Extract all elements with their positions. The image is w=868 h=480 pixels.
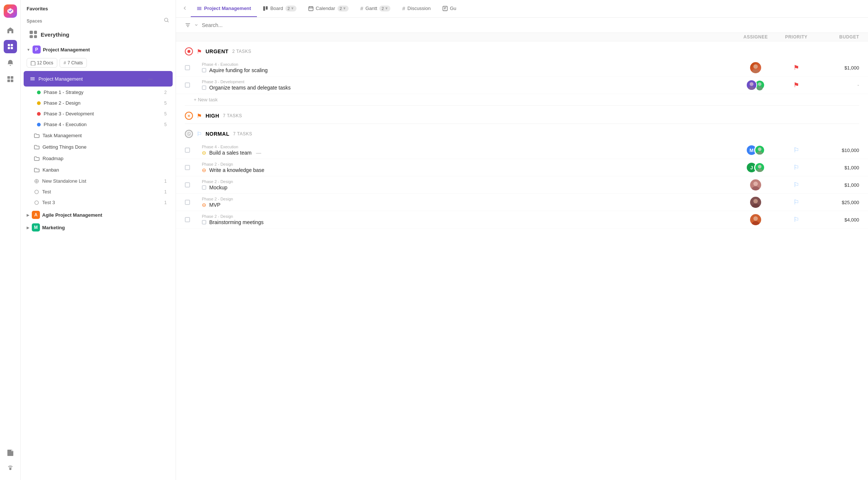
task-row[interactable]: Phase 2 - Design Mockup ⚐ $1,000 [176,176,868,194]
budget-col: - [815,82,859,88]
normal-group-header[interactable]: ⚐ NORMAL 7 TASKS [176,124,868,142]
calendar-tab-icon [308,6,313,11]
filter-icon[interactable] [185,22,191,28]
tasks-nav-icon[interactable] [4,40,17,53]
marketing-section-header[interactable]: ▶ M Marketing [21,220,176,233]
priority-flag-blue-icon: ⚐ [793,181,799,189]
chats-button[interactable]: # 7 Chats [60,58,87,68]
task-name: Organize teams and delegate tasks [202,85,733,91]
high-circle-icon: × [185,112,193,120]
assignee-col: J [733,162,778,173]
urgent-group-header[interactable]: ⚑ URGENT 2 TASKS [176,41,868,59]
sidebar-item-phase2[interactable]: Phase 2 - Design 5 [24,98,173,108]
task-checkbox[interactable] [185,148,190,153]
phase2-dot [37,101,41,105]
spaces-section: Spaces [21,14,176,26]
task-main: Phase 4 - Execution ⊖ Build a sales team… [193,145,733,156]
assignee-col: M [733,145,778,156]
svg-rect-18 [197,9,201,10]
search-input[interactable] [202,22,859,28]
gantt-badge: 2 ▼ [379,6,390,11]
sidebar-item-phase1[interactable]: Phase 1 - Strategy 2 [24,87,173,97]
board-badge-arrow: ▼ [291,6,294,10]
budget-col: $1,000 [815,165,859,170]
bell-nav-icon[interactable] [4,56,17,70]
task-checkbox[interactable] [185,182,190,187]
tab-gu[interactable]: Gu [437,0,462,17]
sidebar-item-phase3[interactable]: Phase 3 - Development 5 [24,109,173,119]
tab-discussion[interactable]: # Discussion [396,0,437,17]
priority-flag-icon: ⚑ [793,64,799,72]
tab-calendar-label: Calendar [316,6,335,11]
sidebar-item-roadmap[interactable]: Roadmap [24,153,173,164]
sidebar-item-getting-things-done[interactable]: Getting Things Done [24,142,173,152]
collapse-sidebar-button[interactable] [182,0,191,17]
sidebar-item-test3[interactable]: Test 3 1 [24,197,173,207]
favorites-header: Favorites [21,0,176,14]
svg-point-14 [35,190,38,194]
home-nav-icon[interactable] [4,24,17,37]
high-group-header[interactable]: × ⚑ HIGH 7 TASKS [176,106,868,124]
task-row[interactable]: Phase 3 - Development Organize teams and… [176,77,868,94]
budget-col: $10,000 [815,148,859,153]
docs-button[interactable]: 12 Docs [27,58,57,68]
grid-nav-icon[interactable] [4,72,17,86]
column-headers: ASSIGNEE PRIORITY BUDGET [176,33,868,41]
phase3-dot [37,112,41,116]
priority-group-urgent: ⚑ URGENT 2 TASKS Phase 4 - Execution Aqu… [176,41,868,105]
doc-nav-icon[interactable] [4,446,17,459]
tab-gantt[interactable]: # Gantt 2 ▼ [355,0,397,17]
pm-badge: P [33,45,41,54]
task-phase: Phase 4 - Execution [202,145,733,149]
sidebar-item-everything[interactable]: Everything [24,27,173,42]
sidebar-item-phase4[interactable]: Phase 4 - Execution 5 [24,119,173,129]
urgent-flag-icon: ⚑ [197,48,202,55]
svg-point-28 [758,82,762,86]
calendar-badge: 2 ▼ [338,6,349,11]
tab-calendar[interactable]: Calendar 2 ▼ [302,0,355,17]
task-row[interactable]: Phase 2 - Design ⊖ Write a knowledge bas… [176,159,868,176]
sidebar: Favorites Spaces Everything ▼ P Project … [21,0,176,480]
filter-dropdown-icon[interactable] [194,23,199,28]
sidebar-item-kanban[interactable]: Kanban [24,165,173,175]
tab-board[interactable]: Board 2 ▼ [257,0,302,17]
marketing-label: Marketing [42,225,65,230]
task-row[interactable]: Phase 2 - Design Brainstorming meetings … [176,211,868,229]
sidebar-item-task-management[interactable]: Task Management [24,130,173,141]
calendar-badge-arrow: ▼ [343,6,346,10]
sidebar-item-new-standalone[interactable]: New Standalone List 1 [24,176,173,186]
tab-project-management[interactable]: Project Management [191,0,257,17]
task-checkbox[interactable] [185,165,190,170]
pm-section-header[interactable]: ▼ P Project Management [21,43,176,55]
high-flag-icon: ⚑ [197,112,202,119]
new-task-button[interactable]: + New task [176,94,868,105]
task-row[interactable]: Phase 2 - Design ⊖ MVP ⚐ $25,000 [176,194,868,211]
filter-bar [176,18,868,33]
task-checkbox[interactable] [185,217,190,222]
svg-point-33 [757,169,763,173]
task-dash-inline: — [256,150,261,156]
normal-flag-icon: ⚐ [197,131,202,138]
task-dash: - [857,82,859,88]
task-checkbox[interactable] [185,82,190,88]
avatar-stack: J [746,162,765,173]
pm-more-button[interactable]: ··· [145,74,156,84]
pm-add-button[interactable] [156,74,167,84]
task-row[interactable]: Phase 4 - Execution Aquire funding for s… [176,59,868,77]
task-phase: Phase 2 - Design [202,214,733,219]
assignee-col [733,179,778,190]
task-checkbox[interactable] [185,65,190,70]
pm-chevron-icon: ▼ [27,48,30,52]
radio-nav-icon[interactable] [4,462,17,476]
task-status-icon [202,85,206,90]
task-checkbox[interactable] [185,200,190,205]
avatar-stack [746,80,765,91]
budget-col: $1,000 [815,182,859,188]
spaces-search-icon[interactable] [164,17,170,25]
sidebar-item-test[interactable]: Test 1 [24,187,173,197]
sidebar-item-project-management[interactable]: Project Management ··· [24,71,173,87]
roadmap-label: Roadmap [43,156,63,161]
agile-section-header[interactable]: ▶ A Agile Project Management [21,208,176,220]
task-row[interactable]: Phase 4 - Execution ⊖ Build a sales team… [176,142,868,159]
task-name: Mockup [202,185,733,190]
